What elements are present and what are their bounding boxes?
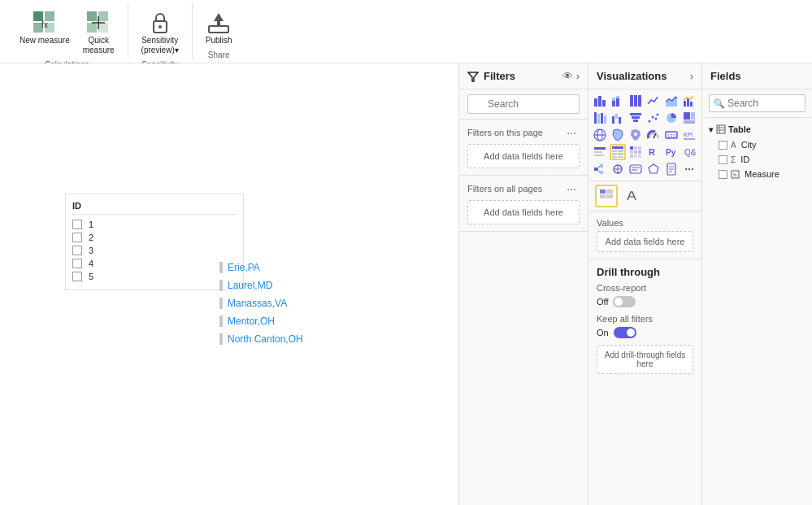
filters-all-pages-more[interactable]: ··· — [563, 182, 580, 195]
svg-rect-97 — [606, 194, 613, 198]
viz-format-icon[interactable] — [621, 185, 644, 207]
viz-paginated-report[interactable] — [663, 161, 680, 177]
viz-ribbon[interactable] — [592, 110, 608, 126]
svg-rect-73 — [630, 155, 633, 158]
list-item[interactable]: Mentor,OH — [219, 312, 303, 330]
viz-r-script[interactable]: R — [645, 144, 662, 160]
svg-rect-16 — [594, 98, 597, 107]
svg-rect-83 — [600, 171, 603, 174]
viz-slicer[interactable] — [592, 144, 608, 160]
viz-area-chart[interactable] — [663, 93, 680, 109]
filters-header-actions: 👁 › — [562, 70, 580, 82]
viz-filled-map[interactable] — [610, 127, 626, 143]
viz-values-drop[interactable]: Add data fields here — [597, 231, 693, 252]
viz-icons-grid: 123 KPI R Py Q&A — [588, 89, 701, 181]
drill-through-section: Drill through Cross-report Off Keep all … — [588, 259, 701, 381]
filters-all-pages-drop[interactable]: Add data fields here — [467, 200, 580, 224]
viz-treemap[interactable] — [681, 110, 697, 126]
id-checkbox[interactable] — [719, 155, 727, 164]
svg-rect-37 — [630, 113, 641, 115]
canvas-area[interactable]: ID 1 2 3 4 5 — [0, 63, 458, 505]
viz-azure-map[interactable] — [627, 127, 644, 143]
viz-matrix[interactable] — [627, 144, 644, 160]
viz-qa[interactable]: Q&A — [681, 144, 697, 160]
row-checkbox-5[interactable] — [72, 272, 82, 281]
svg-rect-69 — [638, 146, 641, 150]
viz-stacked-bar[interactable] — [610, 93, 626, 109]
viz-smart-narrative[interactable] — [627, 161, 644, 177]
viz-card[interactable]: 123 — [663, 127, 680, 143]
viz-100-bar[interactable] — [627, 93, 644, 109]
filters-all-pages-label: Filters on all pages — [467, 184, 542, 194]
table-row[interactable]: 3 — [72, 244, 237, 257]
viz-bar-chart[interactable] — [592, 93, 608, 109]
svg-rect-71 — [634, 150, 637, 154]
table-row[interactable]: 4 — [72, 257, 237, 270]
table-row[interactable]: 1 — [72, 218, 237, 231]
viz-more[interactable]: ··· — [681, 161, 697, 177]
sensitivity-button[interactable]: Sensitivity(preview)▾ — [137, 7, 184, 59]
viz-table-active[interactable] — [610, 144, 626, 160]
new-measure-button[interactable]: fx New measure — [15, 7, 75, 59]
viz-key-influencers[interactable] — [610, 161, 626, 177]
list-item[interactable]: Laurel,MD — [219, 276, 303, 294]
viz-expand-icon[interactable]: › — [690, 70, 693, 82]
viz-line-bar[interactable] — [681, 93, 697, 109]
svg-rect-59 — [594, 155, 604, 156]
viz-gauge[interactable] — [645, 127, 662, 143]
table-visual[interactable]: ID 1 2 3 4 5 — [65, 194, 244, 290]
city-bar-icon — [219, 333, 223, 345]
city-text-icon: A — [731, 141, 736, 150]
fields-table-header[interactable]: ▾ Table — [702, 121, 812, 137]
viz-build-icon[interactable] — [595, 185, 618, 207]
viz-kpi[interactable]: KPI — [681, 127, 697, 143]
list-item[interactable]: Manassas,VA — [219, 294, 303, 312]
svg-rect-94 — [600, 189, 606, 194]
svg-rect-96 — [606, 189, 613, 194]
quick-measure-button[interactable]: Quickmeasure — [78, 7, 119, 59]
publish-button[interactable]: Publish — [201, 7, 237, 49]
city-name: Mentor,OH — [228, 316, 275, 327]
row-checkbox-3[interactable] — [72, 246, 82, 255]
viz-line-chart[interactable] — [645, 93, 662, 109]
table-header: ID — [72, 201, 237, 215]
viz-python[interactable]: Py — [663, 144, 680, 160]
row-id-1: 1 — [89, 220, 105, 229]
filter-search-input[interactable] — [467, 94, 580, 114]
filters-this-page-more[interactable]: ··· — [563, 126, 580, 139]
keep-all-filters-toggle[interactable] — [614, 327, 636, 338]
svg-rect-95 — [600, 194, 606, 198]
viz-decomp-tree[interactable] — [592, 161, 608, 177]
viz-funnel[interactable] — [627, 110, 644, 126]
fields-item-id[interactable]: Σ ID — [702, 152, 812, 167]
svg-rect-68 — [634, 146, 637, 150]
svg-marker-14 — [214, 13, 224, 26]
table-row[interactable]: 2 — [72, 231, 237, 244]
filter-arrow-icon[interactable]: › — [576, 70, 580, 82]
list-item[interactable]: North Canton,OH — [219, 330, 303, 348]
cross-report-toggle[interactable] — [613, 296, 636, 307]
row-checkbox-1[interactable] — [72, 220, 82, 229]
row-checkbox-4[interactable] — [72, 259, 82, 268]
row-checkbox-2[interactable] — [72, 233, 82, 242]
filter-eye-icon[interactable]: 👁 — [562, 70, 573, 82]
svg-rect-66 — [618, 156, 623, 158]
viz-waterfall[interactable] — [610, 110, 626, 126]
city-list: Erie,PA Laurel,MD Manassas,VA Mentor,OH … — [219, 259, 303, 348]
filters-this-page-drop[interactable]: Add data fields here — [467, 144, 580, 168]
svg-point-12 — [158, 25, 162, 28]
fields-title: Fields — [710, 70, 804, 82]
filters-all-pages-header: Filters on all pages ··· — [467, 182, 580, 195]
viz-pie[interactable] — [663, 110, 680, 126]
fields-item-city[interactable]: A City — [702, 137, 812, 152]
fields-item-measure[interactable]: fx Measure — [702, 167, 812, 181]
viz-scatter[interactable] — [645, 110, 662, 126]
svg-point-41 — [652, 116, 654, 119]
drill-through-drop[interactable]: Add drill-through fields here — [597, 345, 693, 374]
list-item[interactable]: Erie,PA — [219, 259, 303, 276]
viz-shape-map[interactable] — [645, 161, 662, 177]
city-checkbox[interactable] — [719, 141, 727, 150]
measure-checkbox[interactable] — [719, 170, 727, 179]
viz-map[interactable] — [592, 127, 608, 143]
table-row[interactable]: 5 — [72, 270, 237, 283]
